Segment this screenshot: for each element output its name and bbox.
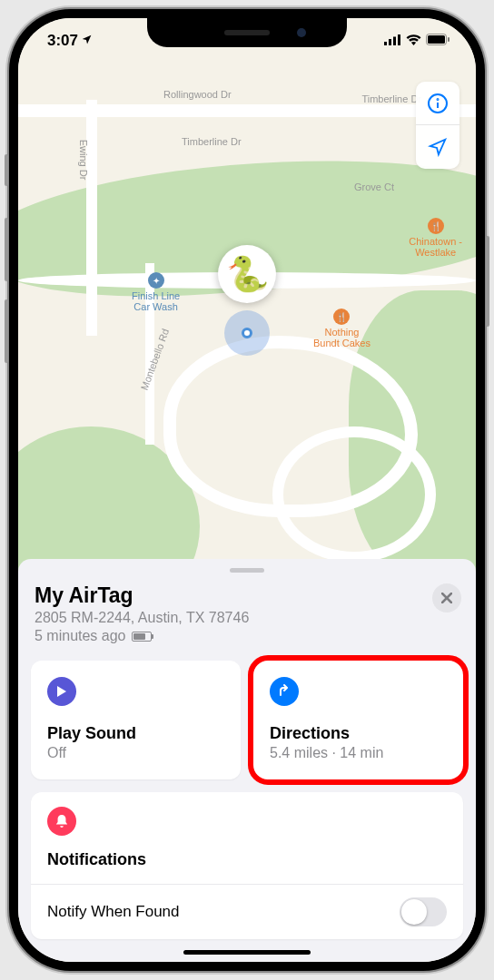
map-controls	[416, 82, 459, 169]
battery-level-icon	[132, 632, 153, 642]
svg-rect-3	[398, 34, 400, 45]
map-poi[interactable]: 🍴 Nothing Bundt Cakes	[313, 309, 370, 348]
card-title: Play Sound	[47, 724, 224, 743]
street-label: Timberline Dr	[182, 136, 242, 147]
row-label: Notify When Found	[47, 903, 180, 921]
svg-rect-2	[393, 37, 396, 46]
home-indicator[interactable]	[183, 950, 311, 955]
svg-point-9	[438, 99, 439, 100]
notifications-card: Notifications Notify When Found	[31, 792, 463, 939]
play-icon	[47, 677, 76, 706]
sheet-grabber[interactable]	[230, 568, 264, 573]
bottom-sheet[interactable]: My AirTag 2805 RM-2244, Austin, TX 78746…	[18, 559, 476, 962]
card-sub: Off	[47, 745, 224, 761]
airtag-emoji-icon: 🐍	[226, 254, 269, 294]
screen: 3:07	[18, 18, 476, 962]
street-label: Grove Ct	[354, 181, 394, 192]
card-sub: 5.4 miles · 14 min	[270, 745, 447, 761]
street-label: Rollingwood Dr	[163, 89, 232, 100]
directions-icon	[270, 677, 299, 706]
wifi-icon	[406, 32, 421, 50]
item-address: 2805 RM-2244, Austin, TX 78746	[35, 610, 459, 626]
map-poi[interactable]: ✦ Finish Line Car Wash	[132, 272, 180, 312]
street-label: Timberline Dr	[361, 93, 421, 104]
close-button[interactable]	[432, 583, 461, 612]
notch	[147, 18, 347, 47]
phone-frame: 3:07	[9, 9, 485, 971]
directions-card[interactable]: Directions 5.4 miles · 14 min	[253, 661, 463, 779]
section-title: Notifications	[47, 850, 447, 869]
side-button	[486, 236, 489, 327]
street-label: Ewing Dr	[78, 140, 89, 181]
svg-rect-6	[448, 37, 450, 42]
svg-rect-5	[428, 35, 445, 44]
svg-rect-0	[384, 42, 387, 45]
location-services-icon	[81, 34, 93, 48]
status-time: 3:07	[47, 32, 78, 50]
item-meta: 5 minutes ago	[35, 628, 459, 644]
map-view[interactable]: Rollingwood Dr Ewing Dr Timberline Dr Ti…	[18, 18, 476, 572]
notify-when-found-row[interactable]: Notify When Found	[47, 885, 447, 939]
airtag-pin[interactable]: 🐍	[218, 245, 276, 303]
sheet-header: My AirTag 2805 RM-2244, Austin, TX 78746…	[31, 583, 463, 661]
play-sound-card[interactable]: Play Sound Off	[31, 661, 241, 779]
locate-button[interactable]	[416, 125, 459, 169]
item-title: My AirTag	[35, 583, 459, 608]
map-poi[interactable]: 🍴 Chinatown - Westlake	[409, 218, 462, 258]
bell-icon	[47, 807, 76, 836]
card-title: Directions	[270, 724, 447, 743]
street-label: Montebello Rd	[139, 328, 172, 392]
svg-rect-1	[389, 39, 391, 45]
cellular-icon	[384, 32, 401, 50]
toggle-switch[interactable]	[400, 897, 447, 926]
timestamp: 5 minutes ago	[35, 628, 126, 644]
info-button[interactable]	[416, 82, 459, 125]
battery-icon	[426, 32, 450, 50]
annotation-highlight	[248, 655, 469, 785]
